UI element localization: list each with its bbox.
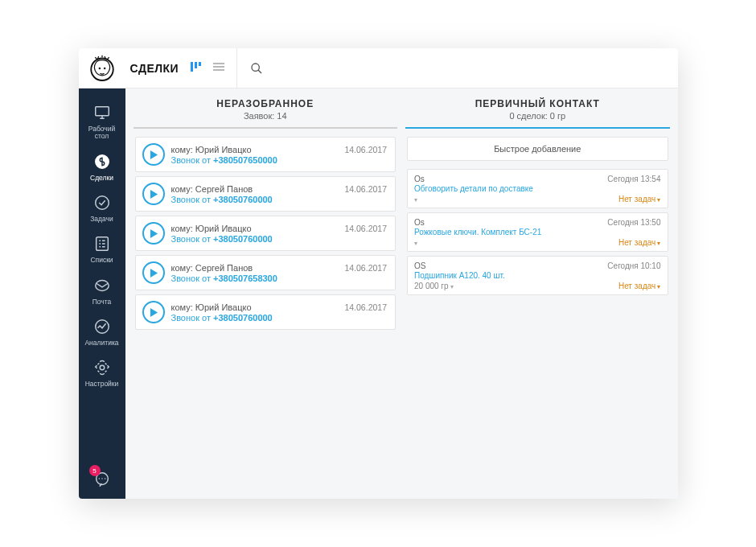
sidebar-notifications[interactable]: 5 <box>92 460 112 499</box>
deal-card[interactable]: OsСегодня 13:50Рожковые ключи. Комплект … <box>407 212 668 252</box>
brand-logo <box>79 48 125 88</box>
svg-point-13 <box>95 196 109 210</box>
column-header: ПЕРВИЧНЫЙ КОНТАКТ 0 сделок: 0 гр <box>405 93 670 129</box>
analytics-icon <box>92 317 112 336</box>
call-date: 14.06.2017 <box>339 263 387 273</box>
svg-rect-5 <box>199 62 201 66</box>
column-title: НЕРАЗОБРАННОЕ <box>134 98 398 109</box>
svg-rect-4 <box>195 62 197 68</box>
deal-card[interactable]: OSСегодня 10:10Подшипник А120. 40 шт.20 … <box>407 256 668 295</box>
svg-rect-11 <box>95 107 109 116</box>
svg-rect-8 <box>213 69 224 71</box>
sidebar-item-deals[interactable]: Сделки <box>79 146 125 187</box>
search-input[interactable] <box>236 48 677 88</box>
main: НЕРАЗОБРАННОЕ Заявок: 14 кому: Юрий Ивац… <box>125 88 678 499</box>
deal-subtitle <box>414 195 417 204</box>
sidebar-item-label: Настройки <box>85 380 119 388</box>
svg-point-16 <box>95 320 109 334</box>
sidebar-item-label: Задачи <box>90 216 113 223</box>
column-primary-contact: ПЕРВИЧНЫЙ КОНТАКТ 0 сделок: 0 гр Быстрое… <box>405 93 670 491</box>
call-title: Звонок от +38050760000 <box>171 313 388 323</box>
column-subtitle: 0 сделок: 0 гр <box>405 111 670 121</box>
quick-add-button[interactable]: Быстрое добавление <box>407 137 668 161</box>
page-title: СДЕЛКИ <box>125 62 179 75</box>
deal-time: Сегодня 10:10 <box>607 261 660 270</box>
call-card[interactable]: кому: Юрий Ивацко14.06.2017Звонок от +38… <box>135 137 396 172</box>
view-toggle-group <box>179 60 225 76</box>
call-recipient: кому: Сергей Панов <box>171 184 253 194</box>
call-recipient: кому: Юрий Ивацко <box>171 302 252 312</box>
app-window: СДЕЛКИ Рабочий стол Сделки <box>79 48 678 499</box>
deal-task-status: Нет задач <box>618 282 661 290</box>
check-icon <box>92 193 112 212</box>
column-subtitle: Заявок: 14 <box>134 111 398 121</box>
deal-time: Сегодня 13:50 <box>607 218 660 227</box>
call-date: 14.06.2017 <box>339 302 387 312</box>
call-card[interactable]: кому: Сергей Панов14.06.2017Звонок от +3… <box>135 176 396 212</box>
deal-time: Сегодня 13:54 <box>607 175 660 183</box>
sidebar-item-mail[interactable]: Почта <box>79 269 125 311</box>
sidebar-item-lists[interactable]: Списки <box>79 228 125 269</box>
svg-rect-3 <box>191 62 193 72</box>
svg-point-17 <box>100 366 105 371</box>
call-card[interactable]: кому: Сергей Панов14.06.2017Звонок от +3… <box>135 255 396 290</box>
svg-rect-7 <box>213 66 224 68</box>
sidebar-item-dashboard[interactable]: Рабочий стол <box>79 97 125 146</box>
sidebar-item-label: Сделки <box>90 175 113 182</box>
call-date: 14.06.2017 <box>339 224 387 233</box>
svg-point-9 <box>252 64 259 71</box>
screen-icon <box>92 103 112 122</box>
deal-author: OS <box>414 261 425 270</box>
body: Рабочий стол Сделки Задачи Списки Почта … <box>79 88 678 499</box>
settings-icon <box>92 358 112 377</box>
call-title: Звонок от +38050760000 <box>171 195 388 204</box>
column-title: ПЕРВИЧНЫЙ КОНТАКТ <box>405 98 670 109</box>
play-button[interactable] <box>142 222 165 245</box>
header: СДЕЛКИ <box>79 48 678 88</box>
deal-card[interactable]: OsСегодня 13:54Обговорить детали по дост… <box>407 169 668 208</box>
call-card[interactable]: кому: Юрий Ивацко14.06.2017Звонок от +38… <box>135 216 396 251</box>
svg-point-2 <box>103 67 105 69</box>
call-date: 14.06.2017 <box>339 145 387 154</box>
call-recipient: кому: Юрий Ивацко <box>171 145 252 154</box>
deal-title: Подшипник А120. 40 шт. <box>414 271 661 280</box>
sidebar: Рабочий стол Сделки Задачи Списки Почта … <box>79 88 125 499</box>
call-date: 14.06.2017 <box>339 184 387 194</box>
call-title: Звонок от +38050760000 <box>171 234 388 244</box>
list-view-icon[interactable] <box>212 60 225 76</box>
column-header: НЕРАЗОБРАННОЕ Заявок: 14 <box>134 93 398 129</box>
svg-point-1 <box>98 67 101 69</box>
sidebar-item-tasks[interactable]: Задачи <box>79 187 125 228</box>
deal-task-status: Нет задач <box>618 238 661 247</box>
call-card[interactable]: кому: Юрий Ивацко14.06.2017Звонок от +38… <box>135 294 396 330</box>
svg-line-10 <box>258 70 261 73</box>
deal-task-status: Нет задач <box>618 195 661 204</box>
column-unsorted: НЕРАЗОБРАННОЕ Заявок: 14 кому: Юрий Ивац… <box>134 93 398 491</box>
play-button[interactable] <box>142 261 165 284</box>
list-icon <box>92 234 112 253</box>
deal-author: Os <box>414 218 425 227</box>
deal-icon <box>92 152 112 171</box>
deal-subtitle: 20 000 гр <box>414 282 454 290</box>
sidebar-item-label: Рабочий стол <box>88 125 115 141</box>
deal-author: Os <box>414 175 425 183</box>
mail-icon <box>92 276 112 295</box>
play-button[interactable] <box>142 301 165 323</box>
play-button[interactable] <box>142 143 165 166</box>
sidebar-item-analytics[interactable]: Аналитика <box>79 311 125 352</box>
svg-point-15 <box>95 280 109 290</box>
sidebar-item-label: Списки <box>90 257 113 264</box>
deal-title: Обговорить детали по доставке <box>414 184 661 193</box>
play-button[interactable] <box>142 183 165 205</box>
call-title: Звонок от +380507658300 <box>171 274 388 283</box>
svg-rect-6 <box>213 63 224 64</box>
deal-subtitle <box>414 238 417 247</box>
sidebar-item-label: Аналитика <box>84 339 118 347</box>
call-title: Звонок от +380507650000 <box>171 155 388 165</box>
sidebar-item-settings[interactable]: Настройки <box>79 352 125 393</box>
search-icon <box>250 62 263 75</box>
pipeline-view-icon[interactable] <box>190 60 203 76</box>
call-recipient: кому: Юрий Ивацко <box>171 224 252 233</box>
sidebar-item-label: Почта <box>92 298 112 306</box>
notification-badge: 5 <box>89 465 101 476</box>
